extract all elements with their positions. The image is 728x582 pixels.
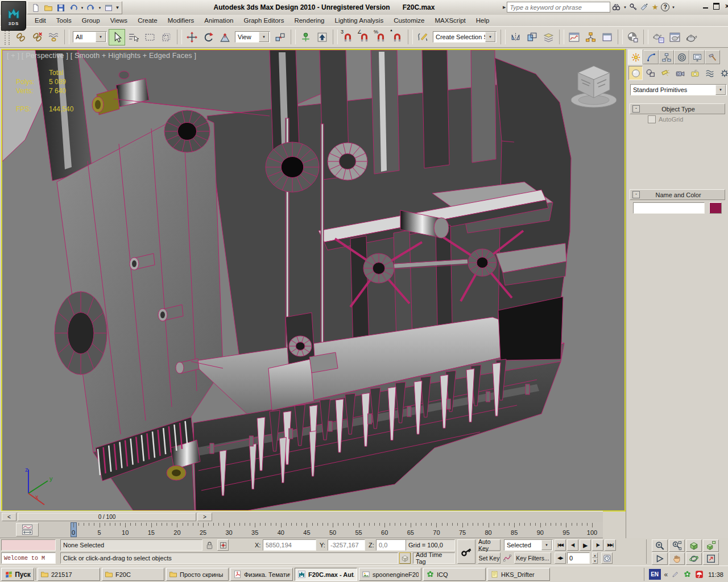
rectangular-selection-region-button[interactable] [142, 29, 158, 45]
absolute-offset-mode-icon[interactable] [217, 539, 229, 551]
object-color-swatch[interactable] [709, 202, 722, 214]
tab-hierarchy[interactable] [659, 50, 674, 64]
tab-display[interactable] [689, 50, 705, 64]
select-object-button[interactable] [109, 29, 125, 45]
tray-antivirus-icon[interactable] [695, 570, 704, 579]
menu-lighting-analysis[interactable]: Lighting Analysis [329, 16, 388, 25]
new-scene-icon[interactable] [30, 3, 42, 13]
schematic-view-button[interactable] [599, 29, 615, 45]
x-coordinate-field[interactable]: 5850,194 [263, 539, 316, 551]
viewport-label[interactable]: [ + ] [ Perspective ] [ Smooth + Highlig… [7, 52, 196, 60]
redo-icon[interactable] [85, 3, 97, 13]
pan-button[interactable] [669, 552, 685, 565]
taskbar-task-физика-тематич-[interactable]: Физика. Тематич... [230, 568, 293, 581]
application-menu-button[interactable]: 3DS [1, 1, 26, 31]
tray-collapse-icon[interactable]: « [664, 571, 668, 579]
menu-rendering[interactable]: Rendering [289, 16, 329, 25]
frame-spinner[interactable]: ▲▼ [592, 552, 598, 564]
favorites-star-icon[interactable]: ★ [650, 2, 660, 12]
play-button[interactable]: ▶ [580, 539, 591, 551]
selection-filter-dropdown[interactable]: All▼ [73, 31, 107, 43]
taskbar-task-spoonenginef20c-[interactable]: spoonengineF20C... [359, 568, 421, 581]
time-slider-track[interactable]: < 0 / 100 > [0, 511, 603, 522]
edit-named-selection-sets-button[interactable] [415, 29, 431, 45]
perspective-viewport[interactable]: [ + ] [ Perspective ] [ Smooth + Highlig… [1, 49, 626, 512]
select-and-move-button[interactable] [184, 29, 200, 45]
tab-motion[interactable] [674, 50, 689, 64]
mini-curve-editor-button[interactable] [16, 523, 39, 537]
collapse-icon[interactable]: - [632, 191, 640, 198]
search-dropdown-icon[interactable]: ▼ [622, 6, 627, 9]
menu-maxscript[interactable]: MAXScript [429, 16, 470, 25]
graph-editors-button[interactable] [566, 29, 582, 45]
rendered-frame-window-button[interactable] [667, 29, 683, 45]
maxscript-mini-listener[interactable]: Welcome to M [1, 552, 56, 564]
help-dropdown-icon[interactable]: ▼ [671, 6, 676, 9]
toolbar-grip[interactable] [5, 29, 10, 45]
go-to-end-button[interactable]: ▶▶| [605, 539, 616, 551]
category-cameras[interactable] [673, 66, 687, 80]
autogrid-checkbox[interactable] [648, 115, 656, 123]
y-coordinate-field[interactable]: -3257,167 [328, 539, 365, 551]
menu-group[interactable]: Group [77, 16, 105, 25]
select-and-rotate-button[interactable] [200, 29, 217, 45]
percent-snap-toggle-button[interactable]: % [373, 29, 389, 45]
menu-animation[interactable]: Animation [199, 16, 238, 25]
menu-modifiers[interactable]: Modifiers [163, 16, 200, 25]
menu-create[interactable]: Create [133, 16, 163, 25]
track-bar[interactable]: 0510152025303540455055606570758085909510… [0, 522, 603, 538]
undo-dropdown-icon[interactable]: ▼ [80, 6, 85, 10]
bind-to-space-warp-button[interactable] [46, 29, 62, 45]
tray-icq-icon[interactable] [683, 570, 692, 579]
spinner-snap-toggle-button[interactable]: ▲ [389, 29, 406, 45]
redo-dropdown-icon[interactable]: ▼ [97, 6, 102, 10]
menu-views[interactable]: Views [105, 16, 133, 25]
zoom-region-button[interactable] [652, 552, 668, 565]
orbit-button[interactable] [686, 552, 702, 565]
previous-frame-button[interactable]: ◀| [567, 539, 578, 551]
taskbar-task-221517[interactable]: 221517 [38, 568, 100, 581]
language-indicator[interactable]: EN [649, 569, 661, 580]
select-and-link-button[interactable] [13, 29, 29, 45]
key-mode-toggle-button[interactable]: ◀▶ [555, 552, 566, 564]
render-setup-button[interactable] [650, 29, 667, 45]
project-folder-icon[interactable] [102, 3, 115, 13]
restore-button[interactable] [713, 2, 720, 10]
next-frame-slider-button[interactable]: > [197, 513, 212, 521]
undo-icon[interactable] [67, 3, 80, 13]
zoom-extents-button[interactable] [686, 539, 702, 552]
use-pivot-point-center-button[interactable] [272, 29, 288, 45]
material-editor-button[interactable] [624, 29, 641, 45]
current-frame-field[interactable] [567, 552, 590, 564]
tray-pen-icon[interactable] [671, 570, 680, 579]
menu-customize[interactable]: Customize [388, 16, 429, 25]
tab-modify[interactable] [643, 50, 659, 64]
select-by-name-button[interactable] [125, 29, 142, 45]
align-button[interactable] [524, 29, 540, 45]
category-space-warps[interactable] [702, 66, 717, 80]
infocenter-arrow-icon[interactable]: ▶ [503, 5, 506, 10]
zoom-button[interactable] [652, 539, 668, 552]
start-button[interactable]: Пуск [1, 568, 34, 581]
reference-coordinate-system-dropdown[interactable]: View▼ [235, 31, 270, 43]
maximize-viewport-toggle-button[interactable] [703, 552, 719, 565]
key-filters-button[interactable]: Key Filters... [514, 552, 551, 564]
menu-edit[interactable]: Edit [30, 16, 51, 25]
named-selection-sets-dropdown[interactable]: Create Selection Se▼ [433, 31, 497, 43]
add-time-tag[interactable]: Add Time Tag [413, 552, 455, 564]
previous-frame-slider-button[interactable]: < [2, 513, 16, 521]
window-crossing-toggle-button[interactable] [158, 29, 175, 45]
taskbar-task-hks-drifter[interactable]: HKS_Drifter [487, 568, 550, 581]
unlink-selection-button[interactable] [29, 29, 46, 45]
selection-lock-icon[interactable] [205, 541, 214, 550]
set-keys-button[interactable] [457, 539, 475, 564]
subcategory-dropdown[interactable]: Standard Primitives▼ [630, 84, 727, 95]
save-file-icon[interactable] [55, 3, 67, 13]
layer-manager-button[interactable] [540, 29, 557, 45]
set-key-button[interactable]: Set Key [478, 552, 500, 564]
name-color-rollout-header[interactable]: - Name and Color [630, 189, 725, 200]
taskbar-task-просто-скрины[interactable]: Просто скрины [166, 568, 229, 581]
subscription-key-icon[interactable] [628, 2, 638, 12]
zoom-all-button[interactable] [669, 539, 685, 552]
close-button[interactable]: × [723, 2, 728, 10]
